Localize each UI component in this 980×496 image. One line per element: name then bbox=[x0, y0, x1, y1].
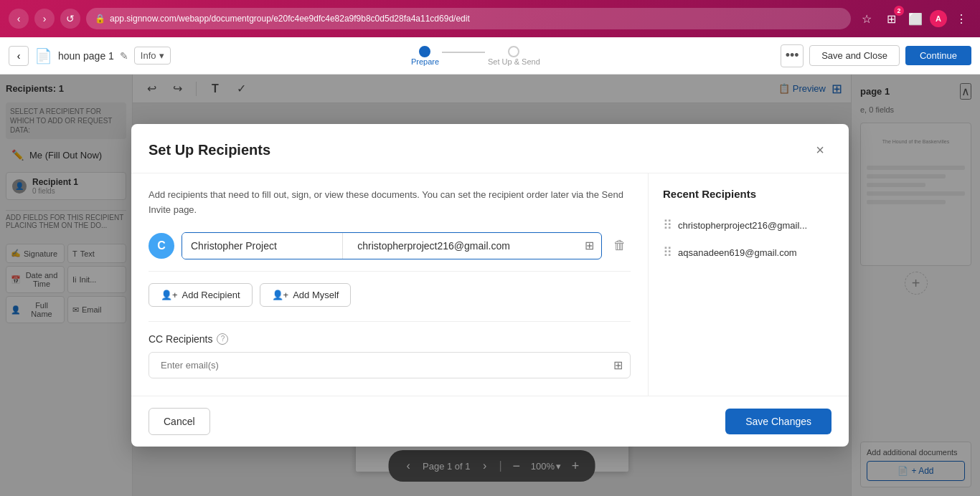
step-setup-dot bbox=[508, 46, 519, 57]
browser-chrome: ‹ › ↺ 🔒 app.signnow.com/webapp/documentg… bbox=[0, 0, 980, 37]
recipient-avatar: C bbox=[149, 233, 174, 259]
toolbar-back-button[interactable]: ‹ bbox=[9, 46, 29, 66]
modal-header: Set Up Recipients × bbox=[131, 124, 849, 173]
chevron-down-icon: ▾ bbox=[159, 50, 164, 61]
step-prepare: Prepare bbox=[411, 46, 439, 66]
star-icon[interactable]: ☆ bbox=[857, 9, 877, 29]
lock-icon: 🔒 bbox=[95, 14, 105, 24]
modal-footer: Cancel Save Changes bbox=[131, 396, 849, 447]
recent-recipient-2[interactable]: ⠿ aqsanadeen619@gmail.com bbox=[663, 239, 834, 266]
recipient-inputs: ⊞ bbox=[182, 232, 602, 259]
info-button[interactable]: Info ▾ bbox=[134, 47, 171, 65]
continue-button[interactable]: Continue bbox=[905, 46, 971, 65]
step-line bbox=[442, 52, 485, 53]
modal-title: Set Up Recipients bbox=[149, 142, 270, 158]
cc-label: CC Recipients ? bbox=[149, 333, 631, 345]
user-avatar[interactable]: A bbox=[930, 10, 947, 27]
add-buttons-row: 👤+ Add Recipient 👤+ Add Myself bbox=[149, 283, 631, 307]
modal-description: Add recipients that need to fill out, si… bbox=[149, 188, 631, 218]
add-person-icon: 👤+ bbox=[161, 290, 178, 300]
drag-handle-icon-2: ⠿ bbox=[663, 244, 672, 260]
modal-main: Add recipients that need to fill out, si… bbox=[131, 173, 648, 396]
modal-overlay: Set Up Recipients × Add recipients that … bbox=[0, 75, 980, 496]
browser-menu-icon[interactable]: ⋮ bbox=[951, 9, 971, 29]
info-label: Info bbox=[141, 50, 156, 61]
input-divider bbox=[342, 233, 343, 259]
more-options-button[interactable]: ••• bbox=[781, 44, 804, 67]
add-myself-button[interactable]: 👤+ Add Myself bbox=[260, 283, 352, 307]
recent-recipient-1[interactable]: ⠿ christopherproject216@gmail... bbox=[663, 211, 834, 239]
browser-actions: ☆ ⊞ 2 ⬜ A ⋮ bbox=[857, 9, 971, 29]
add-myself-icon: 👤+ bbox=[272, 290, 289, 300]
browser-refresh-button[interactable]: ↺ bbox=[60, 9, 80, 29]
step-setup-send: Set Up & Send bbox=[488, 46, 540, 66]
cc-email-input[interactable] bbox=[156, 353, 613, 378]
document-icon: 📄 bbox=[34, 47, 52, 65]
recent-email-1: christopherproject216@gmail... bbox=[678, 220, 807, 231]
browser-back-button[interactable]: ‹ bbox=[9, 9, 29, 29]
cc-contacts-icon[interactable]: ⊞ bbox=[613, 358, 623, 372]
cc-section: CC Recipients ? ⊞ bbox=[149, 333, 631, 378]
drag-handle-icon-1: ⠿ bbox=[663, 217, 672, 233]
edit-title-icon[interactable]: ✎ bbox=[120, 50, 128, 62]
step-prepare-dot bbox=[419, 46, 430, 57]
cc-help-icon[interactable]: ? bbox=[217, 333, 228, 345]
step-indicator-container: Prepare Set Up & Send bbox=[176, 46, 776, 66]
url-text: app.signnow.com/webapp/documentgroup/e20… bbox=[110, 14, 842, 24]
browser-url-bar[interactable]: 🔒 app.signnow.com/webapp/documentgroup/e… bbox=[86, 8, 851, 29]
modal-close-button[interactable]: × bbox=[809, 138, 831, 161]
notification-badge: 2 bbox=[894, 6, 904, 16]
email-contacts-icon[interactable]: ⊞ bbox=[578, 233, 601, 259]
recipient-name-input[interactable] bbox=[182, 233, 336, 259]
toolbar-right: ••• Save and Close Continue bbox=[781, 44, 971, 67]
modal-recent-sidebar: Recent Recipients ⠿ christopherproject21… bbox=[648, 173, 849, 396]
set-up-recipients-modal: Set Up Recipients × Add recipients that … bbox=[131, 124, 849, 447]
modal-body: Add recipients that need to fill out, si… bbox=[131, 173, 849, 396]
recipient-row: C ⊞ 🗑 bbox=[149, 232, 631, 259]
save-changes-button[interactable]: Save Changes bbox=[725, 409, 831, 434]
modal-divider-2 bbox=[149, 321, 631, 322]
delete-recipient-button[interactable]: 🗑 bbox=[609, 238, 631, 253]
workflow-steps: Prepare Set Up & Send bbox=[411, 46, 540, 66]
cancel-button[interactable]: Cancel bbox=[149, 408, 210, 435]
modal-divider-1 bbox=[149, 271, 631, 272]
browser-forward-button[interactable]: › bbox=[34, 9, 55, 29]
add-recipient-button[interactable]: 👤+ Add Recipient bbox=[149, 283, 253, 307]
main-area: Recipients: 1 SELECT A RECIPIENT FOR WHI… bbox=[0, 75, 980, 496]
profile-extensions-icon[interactable]: ⬜ bbox=[905, 9, 925, 29]
app-toolbar: ‹ 📄 houn page 1 ✎ Info ▾ Prepare Set Up … bbox=[0, 37, 980, 75]
cc-email-input-wrap: ⊞ bbox=[149, 352, 631, 378]
extensions-notification: ⊞ 2 bbox=[881, 9, 901, 29]
save-and-close-button[interactable]: Save and Close bbox=[809, 45, 900, 66]
recipient-email-input[interactable] bbox=[349, 233, 572, 259]
recent-recipients-title: Recent Recipients bbox=[663, 188, 834, 200]
document-title: houn page 1 bbox=[58, 50, 114, 62]
recent-email-2: aqsanadeen619@gmail.com bbox=[678, 247, 797, 258]
